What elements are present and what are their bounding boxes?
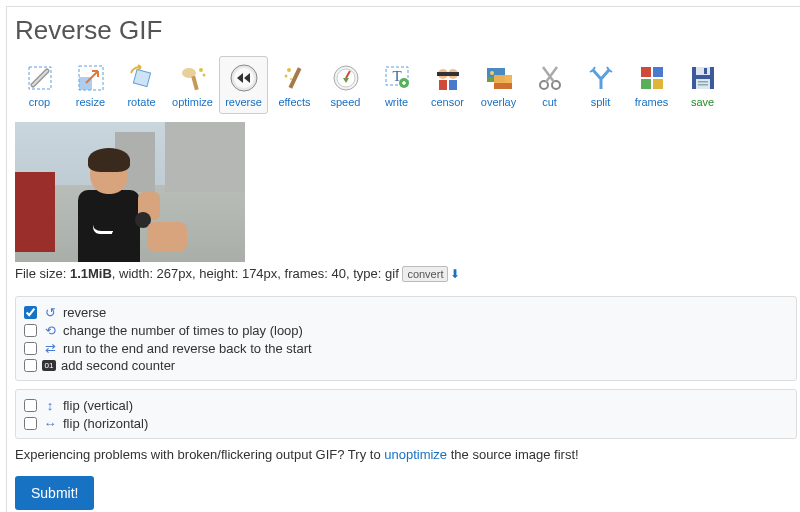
tool-save[interactable]: save: [678, 56, 727, 114]
svg-rect-40: [698, 81, 708, 83]
submit-button[interactable]: Submit!: [15, 476, 94, 510]
flip-vertical-icon: ↕: [42, 397, 58, 413]
optimize-icon: [177, 62, 209, 94]
speed-icon: [330, 62, 362, 94]
file-size-value: 1.1MiB: [70, 266, 112, 281]
tool-rotate[interactable]: rotate: [117, 56, 166, 114]
option-loop[interactable]: ⟲change the number of times to play (loo…: [24, 321, 788, 339]
option-label: flip (horizontal): [63, 416, 148, 431]
checkbox-bounce[interactable]: [24, 342, 37, 355]
option-label: run to the end and reverse back to the s…: [63, 341, 312, 356]
options-panel-1: ↺reverse ⟲change the number of times to …: [15, 296, 797, 381]
tool-split[interactable]: split: [576, 56, 625, 114]
svg-point-11: [287, 68, 291, 72]
reverse-circle-icon: ↺: [42, 304, 58, 320]
rotate-icon: [126, 62, 158, 94]
svg-rect-35: [653, 79, 663, 89]
checkbox-loop[interactable]: [24, 324, 37, 337]
svg-point-6: [199, 68, 203, 72]
svg-rect-41: [698, 84, 708, 86]
option-flip-vertical[interactable]: ↕flip (vertical): [24, 396, 788, 414]
split-icon: [585, 62, 617, 94]
option-label: flip (vertical): [63, 398, 133, 413]
overlay-icon: [483, 62, 515, 94]
option-bounce[interactable]: ⇄run to the end and reverse back to the …: [24, 339, 788, 357]
checkbox-flipv[interactable]: [24, 399, 37, 412]
tool-label: cut: [542, 96, 557, 108]
svg-rect-38: [704, 68, 707, 74]
tool-resize[interactable]: resize: [66, 56, 115, 114]
help-note: Experiencing problems with broken/flicke…: [15, 447, 797, 462]
tool-label: resize: [76, 96, 105, 108]
svg-point-26: [490, 71, 494, 75]
save-icon: [687, 62, 719, 94]
tool-label: save: [691, 96, 714, 108]
download-icon[interactable]: ⬇: [450, 267, 460, 281]
gif-preview: [15, 122, 245, 262]
tool-label: write: [385, 96, 408, 108]
checkbox-counter[interactable]: [24, 359, 37, 372]
tool-label: speed: [331, 96, 361, 108]
counter-box-icon: 01: [42, 360, 56, 371]
page-title: Reverse GIF: [15, 15, 797, 46]
svg-rect-29: [494, 83, 512, 89]
svg-point-12: [284, 75, 287, 78]
tool-effects[interactable]: effects: [270, 56, 319, 114]
file-type: gif: [385, 266, 399, 281]
svg-rect-34: [641, 79, 651, 89]
tool-label: censor: [431, 96, 464, 108]
file-height: 174px: [242, 266, 277, 281]
frames-icon: [636, 62, 668, 94]
file-width: 267px: [157, 266, 192, 281]
censor-icon: [432, 62, 464, 94]
svg-point-13: [290, 78, 292, 80]
svg-rect-37: [696, 67, 710, 75]
tool-reverse[interactable]: reverse: [219, 56, 268, 114]
tool-speed[interactable]: speed: [321, 56, 370, 114]
tool-label: frames: [635, 96, 669, 108]
toolbar: crop resize rotate optimize reverse effe…: [15, 56, 797, 114]
checkbox-fliph[interactable]: [24, 417, 37, 430]
bounce-arrows-icon: ⇄: [42, 340, 58, 356]
option-flip-horizontal[interactable]: ↔flip (horizontal): [24, 414, 788, 432]
svg-rect-23: [439, 80, 447, 90]
option-reverse[interactable]: ↺reverse: [24, 303, 788, 321]
svg-rect-24: [449, 80, 457, 90]
tool-crop[interactable]: crop: [15, 56, 64, 114]
tool-label: effects: [278, 96, 310, 108]
tool-frames[interactable]: frames: [627, 56, 676, 114]
svg-point-7: [202, 74, 205, 77]
tool-cut[interactable]: cut: [525, 56, 574, 114]
tool-censor[interactable]: censor: [423, 56, 472, 114]
checkbox-reverse[interactable]: [24, 306, 37, 319]
tool-label: crop: [29, 96, 50, 108]
unoptimize-link[interactable]: unoptimize: [384, 447, 447, 462]
tool-label: split: [591, 96, 611, 108]
svg-rect-5: [191, 76, 198, 91]
svg-rect-33: [653, 67, 663, 77]
option-label: change the number of times to play (loop…: [63, 323, 303, 338]
crop-icon: [24, 62, 56, 94]
effects-icon: [279, 62, 311, 94]
tool-write[interactable]: Twrite: [372, 56, 421, 114]
convert-button[interactable]: convert: [402, 266, 448, 282]
tool-overlay[interactable]: overlay: [474, 56, 523, 114]
svg-rect-32: [641, 67, 651, 77]
tool-optimize[interactable]: optimize: [168, 56, 217, 114]
tool-label: overlay: [481, 96, 516, 108]
tool-label: rotate: [127, 96, 155, 108]
resize-icon: [75, 62, 107, 94]
file-frames: 40: [332, 266, 346, 281]
cut-icon: [534, 62, 566, 94]
loop-arrows-icon: ⟲: [42, 322, 58, 338]
option-counter[interactable]: 01add second counter: [24, 357, 788, 374]
svg-rect-22: [447, 72, 459, 76]
options-panel-2: ↕flip (vertical) ↔flip (horizontal): [15, 389, 797, 439]
flip-horizontal-icon: ↔: [42, 415, 58, 431]
tool-label: reverse: [225, 96, 262, 108]
option-label: add second counter: [61, 358, 175, 373]
svg-rect-3: [133, 69, 150, 86]
file-size-label: File size:: [15, 266, 70, 281]
file-info: File size: 1.1MiB, width: 267px, height:…: [15, 266, 797, 282]
tool-label: optimize: [172, 96, 213, 108]
